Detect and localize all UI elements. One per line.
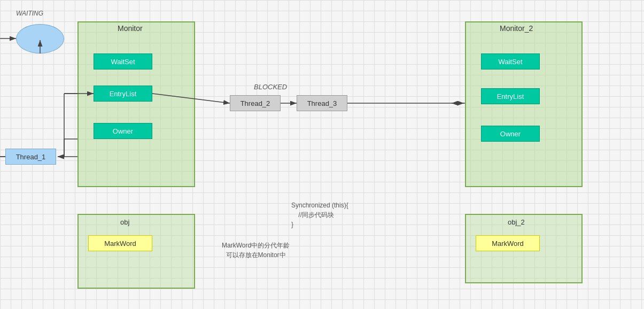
blocked-label: BLOCKED xyxy=(254,83,287,91)
sync-text: Synchronized (this){ //同步代码块 } xyxy=(291,200,348,229)
obj2-title: obj_2 xyxy=(508,218,525,226)
obj-title: obj xyxy=(120,218,129,226)
markword2-button: MarkWord xyxy=(476,235,540,251)
monitor-title: Monitor xyxy=(118,24,143,33)
monitor-box xyxy=(77,21,195,187)
thread1-box: Thread_1 xyxy=(5,149,56,165)
monitor2-box xyxy=(465,21,583,187)
waitset-button: WaitSet xyxy=(94,53,152,69)
owner-button: Owner xyxy=(94,123,152,139)
monitor2-title: Monitor_2 xyxy=(500,24,533,33)
entrylist-button: EntryList xyxy=(94,86,152,102)
entrylist2-button: EntryList xyxy=(481,88,540,104)
waiting-label: WAITING xyxy=(16,10,43,17)
thread3-box: Thread_3 xyxy=(297,95,347,111)
waitset2-button: WaitSet xyxy=(481,53,540,69)
thread2-box: Thread_2 xyxy=(230,95,281,111)
waiting-ellipse xyxy=(16,24,64,53)
owner2-button: Owner xyxy=(481,126,540,142)
diagram-container: WAITING Monitor WaitSet EntryList Owner … xyxy=(0,0,644,309)
obj-box xyxy=(77,214,195,289)
markword-annotation: MarkWord中的分代年龄 可以存放在Monitor中 xyxy=(222,241,290,260)
markword-button: MarkWord xyxy=(88,235,152,251)
